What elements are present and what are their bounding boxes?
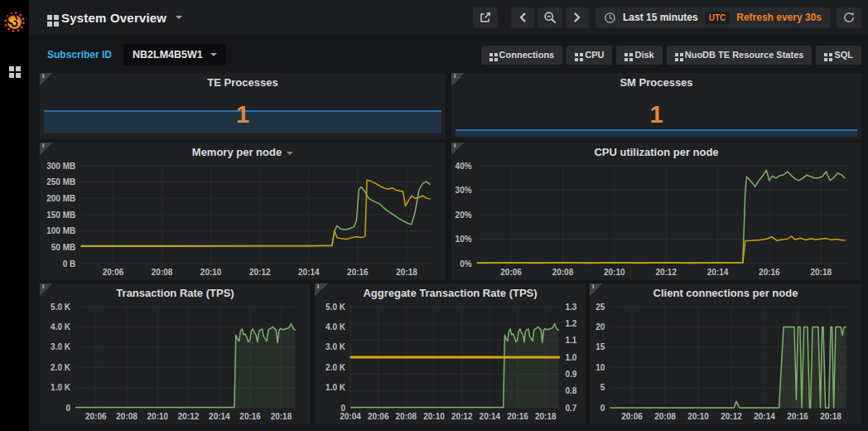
svg-text:20:08: 20:08: [116, 412, 137, 421]
svg-text:20:16: 20:16: [347, 268, 369, 277]
chevron-right-icon: [572, 12, 582, 23]
svg-text:10%: 10%: [456, 235, 472, 244]
svg-text:30%: 30%: [456, 186, 472, 195]
info-icon[interactable]: i: [40, 73, 53, 86]
svg-text:3.0 K: 3.0 K: [326, 342, 346, 351]
dashboard-submenu: Subscriber ID NB2LM4B5W1 Connections CPU…: [29, 41, 868, 68]
svg-text:0: 0: [600, 404, 605, 413]
svg-text:20:18: 20:18: [810, 268, 832, 277]
svg-text:20:08: 20:08: [396, 412, 417, 421]
svg-text:20:14: 20:14: [754, 412, 775, 421]
panel-title[interactable]: SM Processes: [465, 73, 848, 91]
svg-text:10: 10: [596, 363, 605, 372]
zoom-out-button[interactable]: [538, 7, 562, 28]
dashboard-icon: [47, 15, 52, 20]
dashboard-title-dropdown[interactable]: System Overview: [47, 11, 182, 25]
svg-text:0 B: 0 B: [63, 259, 76, 269]
client-connections-chart[interactable]: 051015202520:0620:0820:1020:1220:1420:16…: [591, 302, 860, 423]
svg-text:25: 25: [596, 303, 605, 312]
share-button[interactable]: [473, 7, 498, 28]
svg-text:1.0 K: 1.0 K: [326, 383, 346, 392]
svg-text:0: 0: [340, 404, 345, 413]
variable-value: NB2LM4B5W1: [133, 49, 203, 61]
svg-text:20:12: 20:12: [178, 412, 200, 421]
svg-text:20:10: 20:10: [687, 412, 709, 421]
svg-text:5.0 K: 5.0 K: [326, 303, 346, 312]
svg-text:2.0 K: 2.0 K: [326, 363, 346, 372]
share-icon: [479, 11, 492, 24]
clock-icon: [604, 12, 616, 24]
svg-text:20:10: 20:10: [147, 412, 169, 421]
dashboard-link-disk[interactable]: Disk: [616, 46, 662, 65]
memory-per-node-chart[interactable]: 0 B50 MB100 MB150 MB200 MB250 MB300 MB20…: [41, 161, 444, 278]
dashboard-link-cpu[interactable]: CPU: [567, 46, 612, 65]
info-icon[interactable]: i: [40, 143, 53, 156]
refresh-icon: [842, 11, 856, 24]
panel-title[interactable]: Transaction Rate (TPS): [53, 283, 297, 302]
variable-label[interactable]: Subscriber ID: [47, 49, 112, 61]
dashboard-links: Connections CPU Disk NuoDB TE Resource S…: [481, 46, 861, 65]
info-icon[interactable]: i: [40, 283, 53, 297]
sm-sparkline-bar: [456, 129, 857, 137]
chevron-down-icon: [210, 53, 217, 56]
timezone-badge: UTC: [705, 12, 731, 24]
dashboard-link-sql[interactable]: SQL: [816, 46, 861, 65]
panel-title[interactable]: CPU utilization per node: [465, 143, 848, 161]
svg-text:20:14: 20:14: [480, 412, 501, 421]
info-icon[interactable]: i: [451, 73, 465, 86]
time-range-label: Last 15 minutes: [623, 12, 698, 23]
page-title: System Overview: [61, 11, 166, 25]
panel-title[interactable]: TE Processes: [53, 73, 432, 91]
time-back-button[interactable]: [511, 7, 534, 28]
panel-title[interactable]: Client connections per node: [603, 283, 848, 302]
svg-text:250 MB: 250 MB: [46, 177, 75, 186]
svg-text:100 MB: 100 MB: [46, 226, 75, 235]
svg-text:40%: 40%: [456, 162, 472, 171]
svg-text:20:12: 20:12: [721, 412, 742, 421]
svg-text:20:10: 20:10: [604, 268, 625, 277]
refresh-button[interactable]: [837, 7, 861, 28]
svg-text:20%: 20%: [456, 211, 472, 220]
svg-text:20:18: 20:18: [820, 412, 841, 421]
panel-title[interactable]: Aggregate Transaction Rate (TPS): [328, 283, 572, 302]
zoom-out-icon: [543, 11, 557, 24]
time-picker[interactable]: Last 15 minutes UTC Refresh every 30s: [596, 7, 830, 28]
svg-text:20:10: 20:10: [200, 268, 222, 277]
navbar-controls: Last 15 minutes UTC Refresh every 30s: [473, 7, 861, 28]
svg-text:5: 5: [600, 383, 605, 392]
time-forward-button[interactable]: [566, 7, 589, 28]
sm-processes-value: 1: [451, 101, 861, 128]
panel-title[interactable]: Memory per node: [53, 143, 432, 161]
cpu-utilization-chart[interactable]: 0%10%20%30%40%20:0620:0820:1020:1220:142…: [453, 161, 860, 278]
dashboard-icon: [824, 53, 827, 56]
aggregate-transaction-rate-chart[interactable]: 01.0 K2.0 K3.0 K4.0 K5.0 K0.70.80.91.01.…: [316, 302, 584, 423]
variable-dropdown[interactable]: NB2LM4B5W1: [123, 44, 226, 65]
chevron-down-icon: [176, 16, 182, 19]
top-navbar: System Overview: [29, 0, 868, 35]
panel-cpu-utilization: i CPU utilization per node 0%10%20%30%40…: [451, 143, 861, 280]
chevron-left-icon: [518, 12, 528, 23]
svg-text:20: 20: [596, 322, 605, 332]
grafana-logo-icon[interactable]: [3, 11, 26, 33]
chevron-down-icon: [287, 152, 293, 155]
sidebar: [0, 0, 29, 431]
info-icon[interactable]: i: [315, 283, 328, 297]
svg-text:20:14: 20:14: [209, 412, 230, 421]
svg-text:15: 15: [596, 342, 605, 351]
dashboard-link-connections[interactable]: Connections: [481, 46, 563, 65]
transaction-rate-chart[interactable]: 01.0 K2.0 K3.0 K4.0 K5.0 K20:0620:0820:1…: [41, 302, 309, 423]
info-icon[interactable]: i: [590, 283, 603, 297]
svg-text:200 MB: 200 MB: [46, 194, 75, 203]
svg-text:20:14: 20:14: [298, 268, 320, 277]
svg-text:1.3: 1.3: [565, 303, 576, 312]
info-icon[interactable]: i: [451, 143, 465, 156]
svg-text:20:04: 20:04: [340, 412, 361, 421]
svg-text:20:08: 20:08: [654, 412, 676, 421]
dashboards-icon[interactable]: [9, 66, 14, 71]
svg-text:300 MB: 300 MB: [46, 162, 75, 171]
dashboard-link-nuodb-te-resource-states[interactable]: NuoDB TE Resource States: [667, 46, 813, 65]
svg-text:20:06: 20:06: [103, 268, 124, 277]
svg-text:20:06: 20:06: [621, 412, 643, 421]
svg-text:150 MB: 150 MB: [46, 211, 75, 220]
svg-text:1.0: 1.0: [565, 353, 576, 362]
